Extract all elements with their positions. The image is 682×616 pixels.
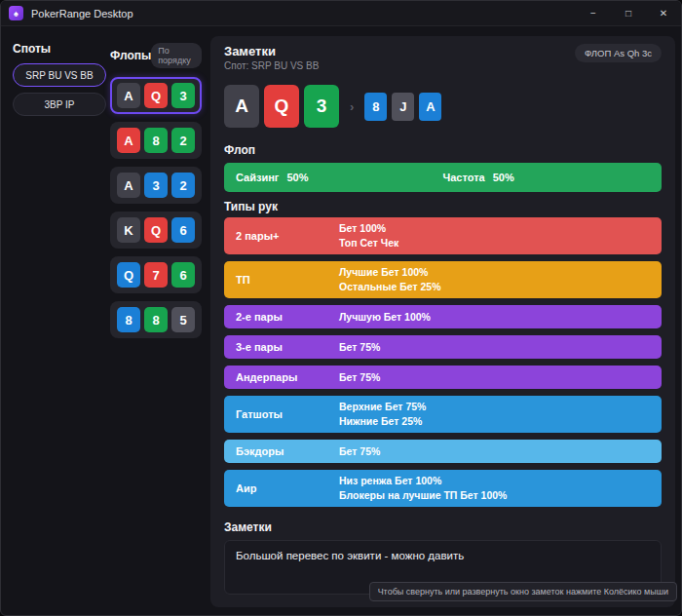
card-q-diamond: Q bbox=[117, 262, 140, 288]
frequency-label: Частота bbox=[443, 172, 485, 183]
hand-type-bar-backdoors: Бэкдоры Бет 75% bbox=[224, 440, 662, 463]
board-card-8-diamond: 8 bbox=[364, 93, 387, 121]
hand-type-line: Топ Сет Чек bbox=[339, 236, 398, 250]
card-7-heart: 7 bbox=[144, 262, 168, 288]
flops-header: Флопы bbox=[110, 49, 151, 62]
card-5-spade: 5 bbox=[171, 307, 195, 332]
notes-panel-header: Заметки Спот: SRP BU VS BB ФЛОП As Qh 3c bbox=[224, 44, 662, 72]
card-2-diamond: 2 bbox=[171, 173, 195, 198]
app-window: ♠ PokerRange Desktop − □ ✕ Споты SRP BU … bbox=[0, 0, 682, 616]
hand-type-values: Бет 100% Топ Сет Чек bbox=[339, 221, 398, 250]
card-3-club: 3 bbox=[171, 83, 195, 108]
card-8-diamond: 8 bbox=[117, 307, 140, 332]
hand-type-values: Лучшие Бет 100% Остальные Бет 25% bbox=[339, 265, 441, 294]
hand-type-values: Бет 75% bbox=[339, 444, 380, 459]
hand-type-bars: 2 пары+ Бет 100% Топ Сет Чек ТП Лучшие Б… bbox=[224, 217, 662, 507]
board-card-a-spade: A bbox=[224, 85, 259, 128]
hand-type-line: Верхние Бет 75% bbox=[339, 400, 426, 414]
hand-type-line: Бет 75% bbox=[339, 340, 380, 355]
hand-type-values: Бет 75% bbox=[339, 340, 380, 355]
board-card-a-diamond: A bbox=[419, 93, 441, 121]
hand-type-label: 3-е пары bbox=[236, 341, 339, 353]
hand-type-bar-third-pairs: 3-е пары Бет 75% bbox=[224, 335, 662, 359]
frequency-value: 50% bbox=[493, 172, 514, 183]
card-a-spade: A bbox=[117, 173, 140, 198]
flops-sidebar: Флопы По порядку A Q 3 A 8 2 A 3 2 K Q 6… bbox=[110, 46, 202, 346]
sort-order-button[interactable]: По порядку bbox=[151, 43, 202, 68]
board-card-j: J bbox=[392, 93, 414, 121]
maximize-button[interactable]: □ bbox=[611, 1, 646, 25]
flops-header-row: Флопы По порядку bbox=[110, 46, 202, 65]
hand-types-label: Типы рук bbox=[224, 200, 662, 213]
flop-item-a32[interactable]: A 3 2 bbox=[110, 167, 202, 204]
flop-item-a82[interactable]: A 8 2 bbox=[110, 122, 202, 159]
card-q-heart: Q bbox=[144, 217, 168, 243]
flop-item-885[interactable]: 8 8 5 bbox=[110, 301, 202, 338]
sizing-frequency-bar: Сайзинг 50% Частота 50% bbox=[224, 163, 662, 192]
hand-type-bar-gutshots: Гатшоты Верхние Бет 75% Нижние Бет 25% bbox=[224, 396, 662, 433]
hand-type-label: 2 пары+ bbox=[236, 230, 339, 242]
hand-type-bar-second-pairs: 2-е пары Лучшую Бет 100% bbox=[224, 305, 662, 328]
hand-type-values: Бет 75% bbox=[339, 370, 380, 385]
hand-type-label: 2-е пары bbox=[236, 311, 339, 323]
hand-type-bar-top-pair: ТП Лучшие Бет 100% Остальные Бет 25% bbox=[224, 261, 662, 298]
titlebar: ♠ PokerRange Desktop − □ ✕ bbox=[1, 1, 681, 26]
minimize-button[interactable]: − bbox=[576, 1, 611, 25]
card-6-diamond: 6 bbox=[171, 217, 195, 243]
notes-section-label: Заметки bbox=[224, 520, 662, 534]
card-6-club: 6 bbox=[171, 262, 195, 288]
card-a-spade: A bbox=[117, 83, 140, 108]
hand-type-label: Аир bbox=[236, 482, 339, 494]
hand-type-values: Низ ренжа Бет 100% Блокеры на лучшие ТП … bbox=[339, 474, 507, 503]
spots-sidebar: Споты SRP BU VS BB 3BP IP bbox=[13, 42, 106, 116]
sizing-group: Сайзинг 50% bbox=[236, 172, 443, 183]
frequency-group: Частота 50% bbox=[443, 172, 514, 183]
hand-type-bar-underpairs: Андерпары Бет 75% bbox=[224, 366, 662, 389]
hand-type-label: Гатшоты bbox=[236, 408, 339, 420]
spade-logo-icon: ♠ bbox=[14, 9, 19, 19]
hand-type-line: Лучшую Бет 100% bbox=[339, 310, 431, 325]
hand-type-line: Остальные Бет 25% bbox=[339, 280, 441, 294]
spot-item-3bp-ip[interactable]: 3BP IP bbox=[13, 93, 106, 116]
notes-tooltip: Чтобы свернуть или развернуть окно замет… bbox=[369, 582, 677, 601]
window-title: PokerRange Desktop bbox=[31, 8, 133, 19]
app-icon: ♠ bbox=[9, 6, 23, 20]
card-k-spade: K bbox=[117, 217, 140, 243]
card-2-club: 2 bbox=[171, 128, 195, 153]
hand-type-line: Нижние Бет 25% bbox=[339, 414, 426, 429]
hand-type-line: Бет 100% bbox=[339, 221, 398, 236]
board-cards: A Q 3 › 8 J A bbox=[224, 85, 662, 128]
notes-panel: Заметки Спот: SRP BU VS BB ФЛОП As Qh 3c… bbox=[210, 36, 675, 607]
close-button[interactable]: ✕ bbox=[646, 1, 681, 25]
spot-item-srp-bu-vs-bb[interactable]: SRP BU VS BB bbox=[13, 63, 106, 87]
hand-type-label: ТП bbox=[236, 274, 339, 286]
card-3-diamond: 3 bbox=[144, 173, 168, 198]
hand-type-line: Блокеры на лучшие ТП Бет 100% bbox=[339, 488, 507, 503]
hand-type-bar-air: Аир Низ ренжа Бет 100% Блокеры на лучшие… bbox=[224, 470, 662, 507]
hand-type-line: Низ ренжа Бет 100% bbox=[339, 474, 507, 488]
hand-type-bar-two-pairs-plus: 2 пары+ Бет 100% Топ Сет Чек bbox=[224, 217, 662, 254]
sizing-value: 50% bbox=[286, 172, 308, 183]
flop-badge: ФЛОП As Qh 3c bbox=[575, 44, 662, 62]
card-8-club: 8 bbox=[144, 307, 168, 332]
board-separator-icon: › bbox=[350, 99, 354, 114]
hand-type-values: Лучшую Бет 100% bbox=[339, 310, 431, 325]
board-card-q-heart: Q bbox=[264, 85, 299, 128]
sizing-label: Сайзинг bbox=[236, 172, 279, 183]
flop-item-q76[interactable]: Q 7 6 bbox=[110, 256, 202, 293]
hand-type-line: Бет 75% bbox=[339, 444, 380, 459]
window-controls: − □ ✕ bbox=[576, 1, 681, 25]
hand-type-line: Бет 75% bbox=[339, 370, 380, 385]
card-q-heart: Q bbox=[144, 83, 168, 108]
card-8-club: 8 bbox=[144, 128, 168, 153]
flop-item-aq3[interactable]: A Q 3 bbox=[110, 77, 202, 114]
hand-type-label: Андерпары bbox=[236, 371, 339, 383]
hand-type-values: Верхние Бет 75% Нижние Бет 25% bbox=[339, 400, 426, 429]
flop-item-kq6[interactable]: K Q 6 bbox=[110, 212, 202, 249]
hand-type-label: Бэкдоры bbox=[236, 445, 339, 457]
card-a-heart: A bbox=[117, 128, 140, 153]
flop-section-label: Флоп bbox=[224, 143, 662, 157]
board-card-3-club: 3 bbox=[304, 85, 339, 128]
spots-header: Споты bbox=[13, 42, 106, 56]
hand-type-line: Лучшие Бет 100% bbox=[339, 265, 441, 280]
